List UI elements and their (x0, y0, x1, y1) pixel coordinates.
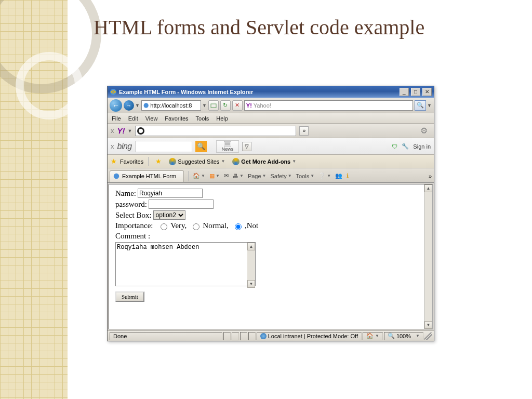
zoom-control[interactable]: 🔍100% ▼ (384, 332, 423, 340)
tab-example-form[interactable]: Example HTML Form (110, 170, 184, 182)
search-box[interactable]: Y! Yahoo! (244, 100, 413, 111)
address-input[interactable] (149, 102, 200, 109)
search-go-button[interactable]: 🔍 (415, 100, 426, 111)
radio-very-label: Very, (170, 221, 187, 230)
ie-page-icon (143, 102, 149, 109)
yahoo-icon: Y! (246, 102, 252, 109)
security-zone[interactable]: Local intranet | Protected Mode: Off (257, 332, 362, 340)
signin-link[interactable]: Sign in (413, 143, 431, 150)
globe-icon (260, 333, 267, 339)
password-input[interactable] (149, 200, 214, 209)
select-box[interactable]: option2 (153, 210, 185, 220)
scroll-up-icon[interactable]: ▲ (424, 184, 432, 192)
address-dropdown-icon[interactable]: ▼ (202, 103, 207, 108)
wrench-icon[interactable]: 🔧 (402, 143, 409, 150)
overflow-button[interactable]: » (299, 126, 309, 136)
get-addons-link[interactable]: Get More Add-ons▼ (230, 157, 298, 166)
safety-menu[interactable]: Safety▼ (271, 173, 292, 179)
favorites-bar: ★ Favorites ★ Suggested Sites▼ Get More … (108, 155, 434, 168)
slide-decorative-sidebar (0, 0, 68, 399)
status-bar: Done Local intranet | Protected Mode: Of… (108, 330, 434, 341)
gear-icon[interactable]: ⚙ (420, 126, 431, 136)
yahoo-toolbar: x Y! ▼ » ⚙ (108, 124, 434, 138)
messenger-icon[interactable]: 👥 (335, 172, 342, 179)
help-button[interactable]: ❔▼ (318, 172, 331, 179)
menu-help[interactable]: Help (216, 115, 228, 122)
window-titlebar[interactable]: Example HTML Form - Windows Internet Exp… (108, 86, 434, 98)
search-dropdown-icon[interactable]: ▼ (427, 103, 432, 108)
close-bing-toolbar-button[interactable]: x (111, 142, 114, 150)
radio-not[interactable] (235, 223, 242, 230)
ie-icon (110, 88, 117, 96)
yahoo-logo[interactable]: Y! (117, 126, 125, 135)
suggested-sites-link[interactable]: Suggested Sites▼ (167, 157, 227, 166)
close-toolbar-button[interactable]: x (111, 127, 114, 135)
favorites-label[interactable]: Favorites (120, 158, 143, 165)
name-label: Name: (115, 189, 136, 198)
status-text: Done (110, 332, 222, 340)
address-bar[interactable] (141, 100, 201, 111)
ie-tab-icon (113, 172, 120, 180)
bing-search-input[interactable] (135, 141, 192, 152)
menu-bar: File Edit View Favorites Tools Help (108, 113, 434, 124)
mail-button[interactable]: ✉ (224, 172, 229, 179)
maximize-button[interactable]: □ (411, 88, 420, 96)
password-label: password: (115, 200, 147, 209)
history-dropdown-icon[interactable]: ▼ (135, 103, 140, 108)
star-icon[interactable]: ★ (111, 157, 117, 165)
textarea-scrollbar[interactable]: ▲ ▼ (247, 243, 255, 288)
submit-button[interactable]: Submit (115, 291, 144, 302)
close-button[interactable]: ✕ (422, 88, 432, 96)
menu-edit[interactable]: Edit (128, 115, 138, 122)
yahoo-dropdown-icon[interactable]: ▼ (128, 128, 132, 134)
minimize-button[interactable]: _ (400, 88, 409, 96)
scroll-down-icon[interactable]: ▼ (424, 321, 432, 329)
radio-normal-label: Normal, (203, 221, 229, 230)
textarea-scroll-down-icon[interactable]: ▼ (247, 280, 255, 288)
forward-button[interactable]: → (124, 100, 134, 111)
radio-very[interactable] (161, 223, 167, 230)
back-button[interactable]: ← (110, 99, 122, 112)
radio-not-label: ,Not (245, 221, 258, 230)
slide-title: HTML forms and Servlet code example (94, 15, 424, 41)
news-icon (224, 141, 231, 147)
page-menu[interactable]: Page▼ (248, 173, 267, 179)
menu-view[interactable]: View (145, 115, 158, 122)
comment-textarea[interactable]: Roqyiaha mohsen Abdeen (115, 242, 256, 286)
page-content: Name: password: Select Box: option2 Impo… (109, 184, 433, 329)
yahoo-search-input[interactable] (135, 126, 296, 136)
page-scrollbar[interactable]: ▲ ▼ (424, 184, 432, 329)
tab-overflow-button[interactable]: » (429, 173, 432, 179)
navigation-toolbar: ← → ▼ ▼ ↻ ✕ Y! Yahoo! 🔍 ▼ (108, 98, 434, 113)
textarea-scroll-up-icon[interactable]: ▲ (247, 243, 255, 250)
bing-dropdown-button[interactable]: ▽ (242, 142, 251, 151)
protected-mode-button[interactable]: 🏠▼ (363, 332, 383, 340)
news-button[interactable]: News (216, 140, 240, 153)
search-ring-icon (137, 127, 144, 135)
bing-logo[interactable]: bing (117, 142, 132, 151)
comment-label: Comment : (115, 232, 150, 241)
compat-view-button[interactable] (208, 100, 219, 111)
window-title: Example HTML Form - Windows Internet Exp… (119, 89, 399, 95)
info-icon[interactable]: ℹ (347, 172, 349, 179)
home-button[interactable]: 🏠▼ (193, 172, 205, 179)
tools-menu[interactable]: Tools▼ (296, 173, 315, 179)
menu-file[interactable]: File (112, 115, 121, 122)
stop-button[interactable]: ✕ (232, 100, 243, 111)
svg-rect-2 (211, 104, 216, 108)
menu-tools[interactable]: Tools (196, 115, 209, 122)
print-button[interactable]: 🖶▼ (233, 173, 244, 179)
tab-bar: Example HTML Form 🏠▼ ▦▼ ✉ 🖶▼ Page▼ Safet… (108, 168, 434, 183)
select-label: Select Box: (115, 211, 152, 220)
bing-search-button[interactable]: 🔍 (195, 141, 207, 152)
shield-icon[interactable]: 🛡 (392, 143, 397, 150)
feeds-button[interactable]: ▦▼ (209, 172, 220, 179)
name-input[interactable] (138, 189, 203, 198)
refresh-button[interactable]: ↻ (220, 100, 231, 111)
resize-grip[interactable] (424, 332, 432, 340)
menu-favorites[interactable]: Favorites (165, 115, 188, 122)
radio-normal[interactable] (193, 223, 200, 230)
add-favorite-button[interactable]: ★ (153, 157, 164, 166)
importance-label: Importance: (115, 221, 153, 230)
svg-point-1 (143, 103, 148, 108)
